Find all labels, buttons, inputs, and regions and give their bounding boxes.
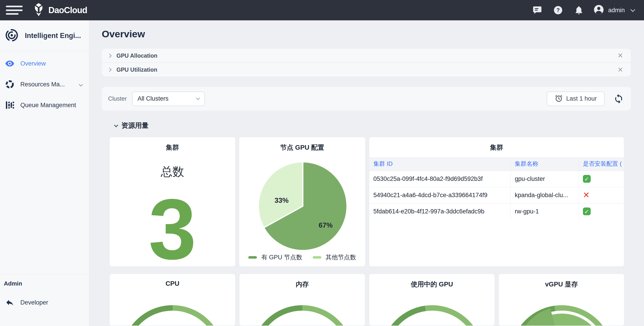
legend-swatch-dark [248, 256, 257, 259]
cards-row-2: CPU 内存 使用中的 GPU [110, 274, 631, 326]
column-header-cluster-id[interactable]: 集群 ID [369, 157, 510, 171]
cell-status: ✓ [579, 171, 624, 187]
feedback-icon[interactable] [532, 5, 542, 15]
product-name: Intelligent Engi... [25, 32, 81, 40]
table-row[interactable]: 0530c25a-099f-4fc4-80a2-f9d69d592b3f gpu… [369, 171, 624, 187]
cluster-filter-label: Cluster [108, 95, 127, 102]
resource-usage-section: 资源用量 集群 总数 3 节点 GPU 配置 [102, 121, 631, 326]
sidebar-item-overview[interactable]: Overview [0, 53, 89, 74]
chevron-down-icon [114, 123, 118, 127]
time-range-button[interactable]: Last 1 hour [547, 92, 605, 106]
cpu-gauge-card: CPU [110, 274, 236, 326]
table-row[interactable]: 54940c21-a4a6-4dcd-b7ce-a339664174f9 kpa… [369, 187, 624, 203]
panel-gpu-utilization[interactable]: GPU Utilization ✕ [102, 62, 631, 77]
gpu-in-use-gauge-card: 使用中的 GPU [369, 274, 495, 326]
pie-label-33: 33% [274, 196, 288, 204]
main-content: Overview GPU Allocation ✕ GPU Utilizatio… [89, 20, 644, 326]
help-icon[interactable]: ? [553, 5, 563, 15]
card-title: 节点 GPU 配置 [239, 137, 365, 152]
card-title: CPU [110, 274, 235, 287]
stat-value: 3 [110, 192, 235, 266]
cell-status: ✕ [579, 187, 624, 203]
pie-legend: 有 GPU 节点数 其他节点数 [239, 253, 365, 261]
node-gpu-pie-chart: 33% 67% [239, 151, 366, 252]
card-title: 使用中的 GPU [369, 274, 494, 289]
sidebar-bottom: Admin Developer [0, 274, 89, 326]
intelligent-engine-icon [5, 28, 18, 43]
queue-icon [5, 100, 14, 110]
chevron-down-icon [630, 7, 635, 12]
refresh-icon[interactable] [613, 93, 624, 104]
column-header-cluster-name[interactable]: 集群名称 [510, 157, 579, 171]
brand-name: DaoCloud [48, 6, 87, 15]
cell-cluster-id: 0530c25a-099f-4fc4-80a2-f9d69d592b3f [369, 171, 510, 187]
chevron-down-icon [196, 96, 200, 100]
top-bar: DaoCloud ? [0, 0, 644, 20]
menu-icon[interactable] [6, 4, 24, 16]
legend-swatch-light [313, 256, 321, 259]
section-title: 资源用量 [122, 121, 148, 130]
page-title: Overview [102, 28, 631, 40]
close-icon[interactable]: ✕ [618, 52, 623, 59]
cell-cluster-id: 5fdab614-e20b-4f12-997a-3ddc6efadc9b [369, 203, 510, 220]
panel-label: GPU Utilization [116, 66, 158, 73]
filter-bar: Cluster All Clusters Last 1 hour [102, 87, 631, 110]
chevron-down-icon [79, 82, 83, 86]
cell-cluster-name: rw-gpu-1 [510, 203, 579, 220]
topbar-actions: ? admin [522, 4, 634, 16]
time-range-value: Last 1 hour [566, 95, 597, 102]
sidebar-item-queue[interactable]: Queue Management [0, 95, 89, 116]
cell-status: ✓ [579, 203, 624, 220]
cluster-select-value: All Clusters [138, 95, 168, 102]
legend-item-gpu-nodes[interactable]: 有 GPU 节点数 [248, 253, 302, 261]
eye-icon [5, 59, 14, 68]
svg-text:?: ? [556, 7, 560, 13]
panel-gpu-allocation[interactable]: GPU Allocation ✕ [102, 48, 631, 62]
legend-item-other-nodes[interactable]: 其他节点数 [313, 253, 356, 261]
sidebar-nav: Overview Resources Ma... [0, 51, 89, 116]
cell-cluster-name: gpu-cluster [510, 171, 579, 187]
card-title: vGPU 显存 [499, 274, 624, 289]
body: Intelligent Engi... Overview [0, 20, 644, 326]
sidebar-item-label: Overview [20, 60, 46, 67]
status-ok-icon: ✓ [583, 208, 591, 215]
chevron-right-icon [108, 54, 112, 58]
sidebar-item-label: Developer [20, 299, 48, 306]
column-header-configured[interactable]: 是否安装配置 ( [579, 157, 624, 171]
resource-usage-header[interactable]: 资源用量 [102, 121, 631, 130]
table-row[interactable]: 5fdab614-e20b-4f12-997a-3ddc6efadc9b rw-… [369, 203, 624, 220]
status-ok-icon: ✓ [583, 175, 591, 183]
stat-subtitle: 总数 [110, 164, 235, 180]
card-title: 内存 [240, 274, 365, 289]
avatar [594, 4, 604, 16]
sidebar-item-label: Queue Management [20, 102, 76, 109]
gpu-panels: GPU Allocation ✕ GPU Utilization ✕ [102, 48, 631, 77]
table-header-row: 集群 ID 集群名称 是否安装配置 ( [369, 157, 624, 171]
product-switcher[interactable]: Intelligent Engi... [0, 20, 89, 51]
cluster-count-card: 集群 总数 3 [110, 137, 236, 266]
cards-row-1: 集群 总数 3 节点 GPU 配置 33% 67% [110, 137, 631, 266]
pie-label-67: 67% [318, 221, 333, 229]
clock-icon [555, 94, 563, 103]
cluster-table: 集群 ID 集群名称 是否安装配置 ( 0530c25a-099f-4fc4-8… [369, 157, 624, 220]
notifications-icon[interactable] [574, 5, 584, 15]
user-name: admin [608, 7, 625, 14]
sidebar-item-resources[interactable]: Resources Ma... [0, 74, 89, 95]
cell-cluster-id: 54940c21-a4a6-4dcd-b7ce-a339664174f9 [369, 187, 510, 203]
admin-section-label: Admin [0, 274, 89, 287]
sidebar-item-developer[interactable]: Developer [0, 292, 89, 313]
card-title: 集群 [110, 137, 235, 152]
panel-label: GPU Allocation [116, 52, 158, 59]
close-icon[interactable]: ✕ [618, 66, 623, 73]
daocloud-logo-icon [32, 3, 45, 18]
app-root: DaoCloud ? [0, 0, 644, 326]
legend-label: 有 GPU 节点数 [261, 253, 302, 261]
user-menu[interactable]: admin [594, 4, 634, 16]
cluster-table-card: 集群 集群 ID 集群名称 是否安装配置 ( [369, 137, 624, 266]
legend-label: 其他节点数 [326, 253, 356, 261]
memory-gauge-card: 内存 [239, 274, 365, 326]
sidebar-item-label: Resources Ma... [20, 81, 65, 88]
cluster-select[interactable]: All Clusters [132, 92, 205, 106]
chevron-right-icon [108, 68, 112, 72]
resources-icon [5, 80, 14, 89]
